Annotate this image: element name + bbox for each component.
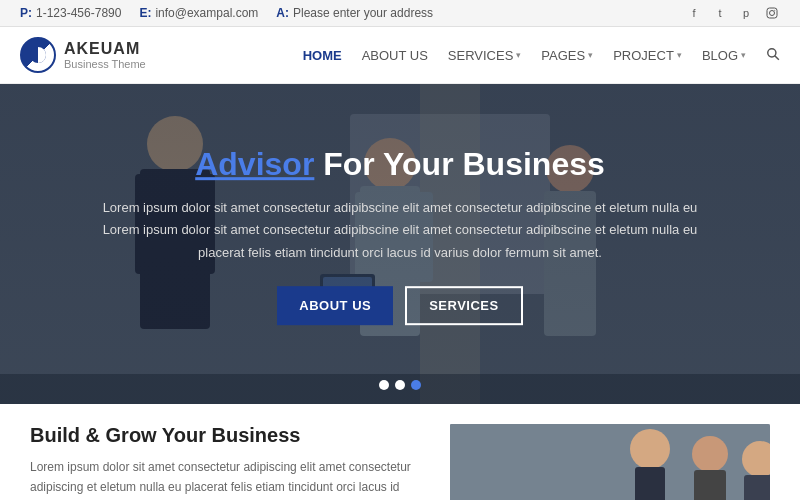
email-label: E: [139,6,151,20]
logo-text: AKEUAM Business Theme [64,40,146,70]
hero-section: Advisor For Your Business Lorem ipsum do… [0,84,800,404]
pinterest-icon[interactable]: p [738,5,754,21]
twitter-icon[interactable]: t [712,5,728,21]
logo-subtitle: Business Theme [64,58,146,70]
top-bar: P: 1-123-456-7890 E: info@exampal.com A:… [0,0,800,27]
below-image [450,424,770,500]
phone-number: 1-123-456-7890 [36,6,121,20]
hero-buttons: ABOUT US SERVICES [100,286,700,325]
blog-arrow: ▾ [741,50,746,60]
hero-title-rest: For Your Business [314,146,604,182]
facebook-icon[interactable]: f [686,5,702,21]
phone-label: P: [20,6,32,20]
below-title: Build & Grow Your Business [30,424,420,447]
svg-rect-0 [767,8,777,18]
svg-point-26 [692,436,728,472]
svg-rect-27 [694,470,726,500]
dot-3[interactable] [411,380,421,390]
logo: AKEUAM Business Theme [20,37,146,73]
dot-2[interactable] [395,380,405,390]
nav-blog[interactable]: BLOG ▾ [702,48,746,63]
below-text-1: Lorem ipsum dolor sit amet consectetur a… [30,457,420,500]
below-people-svg [450,424,770,500]
pages-arrow: ▾ [588,50,593,60]
instagram-icon[interactable] [764,5,780,21]
hero-desc-line1: Lorem ipsum dolor sit amet consectetur a… [103,201,698,216]
hero-description: Lorem ipsum dolor sit amet consectetur a… [100,198,700,264]
svg-rect-29 [744,475,770,500]
nav-services[interactable]: SERVICES ▾ [448,48,522,63]
svg-rect-25 [635,467,665,500]
nav-pages[interactable]: PAGES ▾ [541,48,593,63]
phone-info: P: 1-123-456-7890 [20,6,121,20]
services-button[interactable]: SERVICES [405,286,523,325]
svg-line-4 [775,55,779,59]
hero-title-accent: Advisor [195,146,314,182]
svg-point-2 [774,10,775,11]
nav-home[interactable]: HOME [303,48,342,63]
dot-1[interactable] [379,380,389,390]
email-info: E: info@exampal.com [139,6,258,20]
hero-desc-line3: placerat felis etiam tincidunt orci lacu… [198,245,602,260]
hero-title: Advisor For Your Business [100,145,700,183]
below-left: Build & Grow Your Business Lorem ipsum d… [30,424,420,500]
hero-desc-line2: Lorem ipsum dolor sit amet consectetur a… [103,223,698,238]
email-address: info@exampal.com [155,6,258,20]
header: AKEUAM Business Theme HOME ABOUT US SERV… [0,27,800,84]
main-nav: HOME ABOUT US SERVICES ▾ PAGES ▾ PROJECT… [303,47,780,64]
nav-project[interactable]: PROJECT ▾ [613,48,682,63]
svg-point-24 [630,429,670,469]
project-arrow: ▾ [677,50,682,60]
logo-icon [20,37,56,73]
services-arrow: ▾ [516,50,521,60]
svg-point-3 [768,48,776,56]
about-us-button[interactable]: ABOUT US [277,286,393,325]
hero-dots [0,380,800,390]
address-label: A: [276,6,289,20]
social-links: f t p [686,5,780,21]
hero-content: Advisor For Your Business Lorem ipsum do… [0,145,800,325]
nav-about[interactable]: ABOUT US [362,48,428,63]
address-info: A: Please enter your address [276,6,433,20]
logo-name: AKEUAM [64,40,146,58]
below-hero-section: Build & Grow Your Business Lorem ipsum d… [0,404,800,500]
top-bar-left: P: 1-123-456-7890 E: info@exampal.com A:… [20,6,433,20]
svg-point-1 [770,11,775,16]
address-text: Please enter your address [293,6,433,20]
search-icon[interactable] [766,47,780,64]
